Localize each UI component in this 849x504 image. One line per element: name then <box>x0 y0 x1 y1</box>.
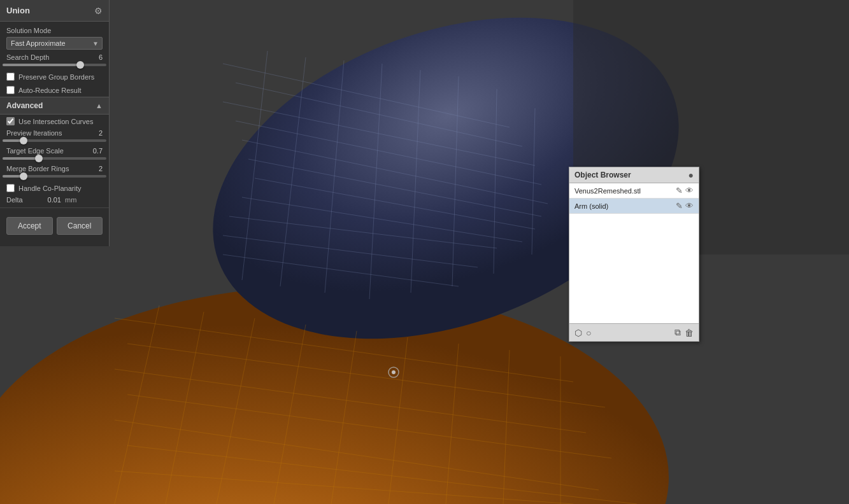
handle-coplanarity-row: Handle Co-Planarity <box>0 181 109 195</box>
eye-icon-arm[interactable]: 👁 <box>685 201 694 211</box>
delta-row: Delta 0.01 mm <box>0 195 109 205</box>
target-edge-track[interactable] <box>3 157 106 160</box>
sphere-icon[interactable]: ○ <box>586 328 591 338</box>
use-intersection-row: Use Intersection Curves <box>0 115 109 128</box>
target-edge-fill <box>3 157 39 160</box>
use-intersection-label: Use Intersection Curves <box>18 118 93 125</box>
auto-reduce-row: Auto-Reduce Result <box>0 83 109 97</box>
delete-icon[interactable]: 🗑 <box>685 328 694 338</box>
copy-icon[interactable]: ⧉ <box>674 327 681 338</box>
auto-reduce-label: Auto-Reduce Result <box>18 87 81 94</box>
viewport <box>0 0 849 504</box>
search-depth-row: Search Depth 6 <box>0 52 109 62</box>
search-depth-thumb[interactable] <box>76 61 84 69</box>
advanced-header[interactable]: Advanced ▲ <box>0 97 109 115</box>
search-depth-section: Search Depth 6 <box>0 52 109 70</box>
advanced-title: Advanced <box>6 101 43 110</box>
target-edge-label: Target Edge Scale <box>6 147 64 155</box>
svg-point-39 <box>392 370 396 374</box>
delta-value: 0.01 <box>36 196 61 204</box>
auto-reduce-checkbox[interactable] <box>6 86 15 94</box>
ob-left-footer-icons: ⬡ ○ <box>574 328 591 338</box>
panel-title: Union <box>6 6 30 15</box>
eye-icon[interactable]: 👁 <box>685 186 694 195</box>
solution-mode-label: Solution Mode <box>6 27 103 34</box>
preserve-group-checkbox[interactable] <box>6 73 15 81</box>
gear-icon[interactable]: ⚙ <box>94 6 103 16</box>
merge-border-thumb[interactable] <box>20 172 27 180</box>
merge-border-label: Merge Border Rings <box>6 165 69 172</box>
preserve-group-label: Preserve Group Borders <box>18 73 94 81</box>
ob-item-arm-icons: ✎ 👁 <box>676 201 694 211</box>
iterations-slider-container <box>0 139 109 146</box>
use-intersection-checkbox[interactable] <box>6 117 15 125</box>
merge-border-track[interactable] <box>3 175 106 178</box>
iterations-label: Preview Iterations <box>6 129 62 137</box>
object-browser: Object Browser ● Venus2Remeshed.stl ✎ 👁 … <box>569 167 699 342</box>
cancel-button[interactable]: Cancel <box>57 217 103 235</box>
edit-icon[interactable]: ✎ <box>676 186 683 195</box>
delta-unit: mm <box>65 196 76 204</box>
collapse-icon: ▲ <box>96 102 103 109</box>
target-edge-slider-container <box>0 157 109 164</box>
delta-label: Delta <box>6 196 32 204</box>
preserve-group-row: Preserve Group Borders <box>0 70 109 83</box>
edit-icon-arm[interactable]: ✎ <box>676 201 683 211</box>
divider <box>0 207 109 208</box>
preview-iterations-section: Preview Iterations 2 <box>0 128 109 146</box>
search-depth-label: Search Depth <box>6 53 49 61</box>
target-edge-value: 0.7 <box>93 147 103 155</box>
ob-item-venus[interactable]: Venus2Remeshed.stl ✎ 👁 <box>569 183 699 199</box>
target-edge-row: Target Edge Scale 0.7 <box>0 146 109 156</box>
merge-border-rings-section: Merge Border Rings 2 <box>0 164 109 181</box>
search-depth-fill <box>3 64 80 66</box>
ob-item-venus-name: Venus2Remeshed.stl <box>574 187 676 195</box>
close-icon[interactable]: ● <box>688 171 694 179</box>
merge-border-value: 2 <box>99 165 103 172</box>
merge-border-slider-container <box>0 175 109 181</box>
handle-coplanarity-label: Handle Co-Planarity <box>18 185 81 192</box>
solution-mode-section: Solution Mode Fast Approximate Exact Qua… <box>0 22 109 52</box>
ob-right-footer-icons: ⧉ 🗑 <box>674 327 694 338</box>
iterations-track[interactable] <box>3 139 106 142</box>
search-depth-value: 6 <box>99 53 103 61</box>
solution-mode-dropdown[interactable]: Fast Approximate Exact Quality ▼ <box>6 37 103 50</box>
solution-mode-select[interactable]: Fast Approximate Exact Quality <box>6 37 103 50</box>
accept-button[interactable]: Accept <box>6 217 53 235</box>
object-list-area: Venus2Remeshed.stl ✎ 👁 Arm (solid) ✎ 👁 <box>569 183 699 323</box>
iterations-thumb[interactable] <box>20 137 27 144</box>
object-browser-header: Object Browser ● <box>569 167 699 183</box>
left-panel: Union ⚙ Solution Mode Fast Approximate E… <box>0 0 110 246</box>
target-edge-scale-section: Target Edge Scale 0.7 <box>0 146 109 164</box>
search-depth-track[interactable] <box>3 64 106 66</box>
target-edge-thumb[interactable] <box>35 155 43 162</box>
cube-icon[interactable]: ⬡ <box>574 328 582 338</box>
merge-border-row: Merge Border Rings 2 <box>0 164 109 174</box>
iterations-value: 2 <box>99 129 103 137</box>
ob-item-venus-icons: ✎ 👁 <box>676 186 694 195</box>
iterations-row: Preview Iterations 2 <box>0 128 109 138</box>
ob-item-arm[interactable]: Arm (solid) ✎ 👁 <box>569 199 699 214</box>
search-depth-slider-container <box>0 64 109 70</box>
button-row: Accept Cancel <box>0 211 109 240</box>
handle-coplanarity-checkbox[interactable] <box>6 184 15 192</box>
object-browser-title: Object Browser <box>574 171 631 179</box>
panel-header: Union ⚙ <box>0 0 109 22</box>
ob-item-arm-name: Arm (solid) <box>574 202 676 210</box>
object-browser-footer: ⬡ ○ ⧉ 🗑 <box>569 323 699 341</box>
